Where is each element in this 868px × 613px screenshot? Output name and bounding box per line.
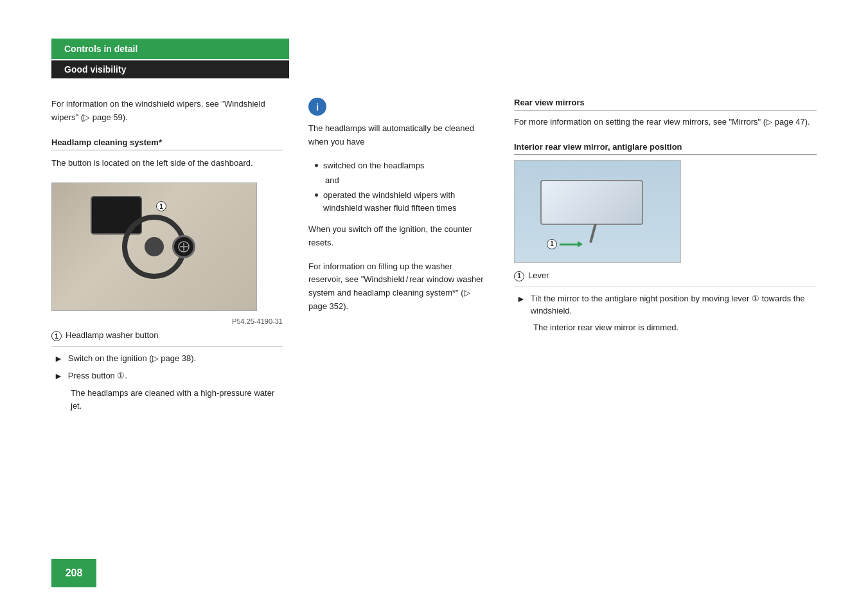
bullet-item-wipers: operated the windshield wipers with wind… (308, 189, 488, 214)
ignition-off-text: When you switch off the ignition, the co… (308, 223, 488, 250)
bullet-dot-1 (315, 164, 318, 167)
numbered-caption-item: 1 Headlamp washer button (51, 330, 283, 341)
mirror-image: 1 (514, 160, 681, 263)
info-symbol: i (316, 102, 319, 112)
page-container: Controls in detail Good visibility For i… (0, 0, 868, 613)
right-column: Rear view mirrors For more information o… (514, 98, 817, 417)
lever-label-item: 1 Lever (514, 271, 817, 281)
headlamp-button (172, 235, 195, 258)
good-visibility-header: Good visibility (51, 60, 289, 78)
bullet-text-2: operated the windshield wipers with wind… (323, 189, 488, 214)
arrow-symbol-1: ► (54, 352, 63, 366)
rear-view-para: For more information on setting the rear… (514, 116, 817, 129)
controls-header: Controls in detail (51, 39, 289, 59)
filling-info-text: For information on filling up the washer… (308, 260, 488, 314)
lever-circle-1: 1 (514, 271, 524, 281)
content-columns: For information on the windshield wipers… (51, 98, 817, 417)
info-icon: i (308, 98, 326, 116)
good-visibility-label: Good visibility (64, 64, 126, 75)
button-location-text: The button is located on the left side o… (51, 157, 283, 170)
lever-label-text: Lever (528, 271, 549, 280)
mirror-rect (540, 180, 643, 225)
page-footer: 208 (51, 559, 96, 587)
left-column: For information on the windshield wipers… (51, 98, 283, 417)
arrow-text-press: Press button ①. (68, 369, 127, 382)
intro-text: For information on the windshield wipers… (51, 98, 283, 125)
controls-label: Controls in detail (64, 44, 137, 54)
middle-column: i The headlamps will automatically be cl… (308, 98, 488, 417)
page-number: 208 (66, 567, 83, 579)
lever-num-label: 1 (547, 239, 557, 249)
arrow-item-ignition: ► Switch on the ignition (▷ page 38). (51, 352, 283, 366)
arrow-text-ignition: Switch on the ignition (▷ page 38). (68, 352, 196, 365)
arrow-symbol-3: ► (517, 292, 526, 306)
bullet-dot-2 (315, 193, 318, 197)
bullet-item-headlamps: switched on the headlamps (308, 159, 488, 172)
header-section: Controls in detail Good visibility (51, 39, 817, 78)
img-caption: P54.25-4190-31 (51, 317, 283, 325)
divider-right (514, 287, 817, 287)
lever-arrow (560, 244, 579, 245)
bullet-text-1: switched on the headlamps (323, 159, 425, 172)
divider-1 (51, 346, 283, 347)
sub-text-cleaned: The headlamps are cleaned with a high-pr… (51, 387, 283, 412)
sub-text-dimmed: The interior rear view mirror is dimmed. (514, 321, 817, 334)
interior-mirror-title: Interior rear view mirror, antiglare pos… (514, 142, 817, 155)
and-text: and (308, 175, 488, 185)
button-icon (177, 240, 190, 253)
arrow-symbol-2: ► (54, 369, 63, 383)
arrow-text-tilt: Tilt the mirror to the antiglare night p… (531, 292, 817, 317)
headlamp-section-title: Headlamp cleaning system* (51, 138, 283, 150)
numbered-caption-text: Headlamp washer button (66, 330, 159, 340)
dashboard-image: 1 (51, 182, 257, 311)
page-number-box: 208 (51, 559, 96, 587)
headlamp-auto-text: The headlamps will automatically be clea… (308, 122, 488, 149)
arrow-item-press: ► Press button ①. (51, 369, 283, 383)
rear-view-title: Rear view mirrors (514, 98, 817, 111)
arrow-item-tilt: ► Tilt the mirror to the antiglare night… (514, 292, 817, 317)
circle-1: 1 (51, 331, 62, 341)
